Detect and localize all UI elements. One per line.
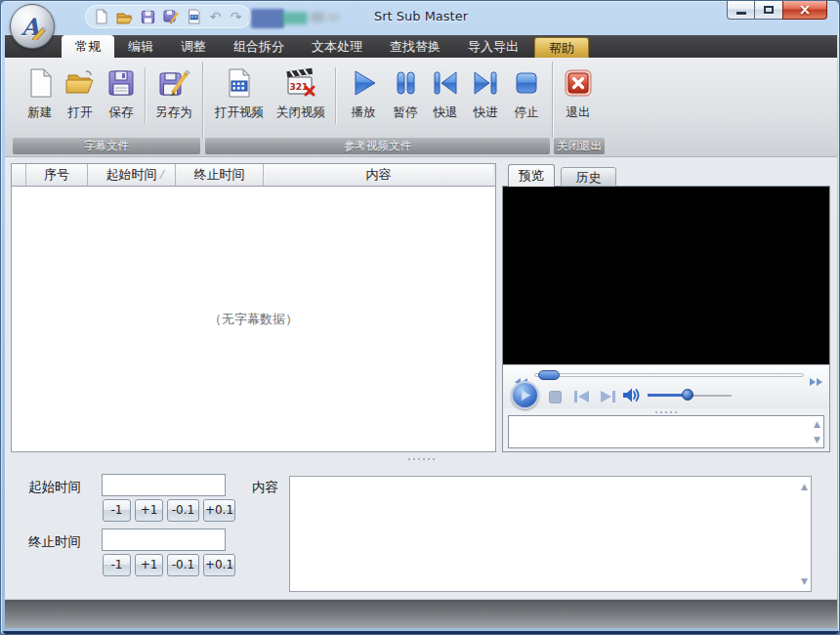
main-splitter[interactable]: [5, 453, 837, 465]
end-time-nudges: -1 +1 -0.1 +0.1: [103, 554, 235, 576]
subtitle-table-body[interactable]: （无字幕数据）: [11, 187, 496, 452]
volume-thumb[interactable]: [682, 389, 693, 401]
ribbon-separator: [335, 67, 336, 124]
new-document-icon: [24, 65, 56, 101]
open-folder-icon: [64, 65, 96, 101]
empty-table-message: （无字幕数据）: [209, 311, 298, 328]
end-plus-01-button[interactable]: +0.1: [203, 554, 235, 576]
play-icon: [348, 65, 379, 101]
seek-bar[interactable]: [534, 373, 804, 377]
stop-icon: [511, 65, 542, 101]
subtitle-table-header: 序号 起始时间 / 终止时间 内容: [11, 163, 496, 187]
scroll-up-icon[interactable]: ▲: [801, 482, 808, 491]
group-separator: [552, 62, 553, 138]
caption-buttons: ×: [727, 1, 827, 20]
save-as-button[interactable]: 另存为: [147, 65, 200, 130]
minimize-button[interactable]: [727, 1, 755, 20]
ribbon-separator: [145, 67, 146, 124]
player-prev-button[interactable]: [573, 389, 590, 407]
exit-icon: [563, 65, 594, 101]
app-window: A ↶ ↷: [0, 0, 840, 635]
tab-merge-split[interactable]: 组合拆分: [220, 35, 298, 58]
start-minus-1-button[interactable]: -1: [103, 499, 131, 522]
close-button[interactable]: ×: [782, 1, 827, 20]
start-time-label: 起始时间: [28, 479, 81, 496]
tab-adjust[interactable]: 调整: [167, 35, 220, 58]
seek-thumb[interactable]: [538, 370, 560, 380]
open-button[interactable]: 打开: [61, 65, 100, 130]
save-as-icon: [157, 65, 190, 101]
open-video-button[interactable]: 打开视频: [210, 65, 269, 130]
column-header-content[interactable]: 内容: [264, 164, 493, 186]
tab-text-process[interactable]: 文本处理: [298, 35, 376, 58]
player-stop-button[interactable]: [549, 389, 562, 407]
column-header-end-time[interactable]: 终止时间: [176, 164, 264, 186]
start-plus-1-button[interactable]: +1: [135, 499, 163, 522]
preview-text-box[interactable]: ▲ ▼: [508, 415, 824, 448]
scroll-up-icon[interactable]: ▲: [814, 419, 820, 429]
maximize-icon: [764, 6, 774, 14]
start-minus-01-button[interactable]: -0.1: [167, 499, 199, 522]
end-time-input[interactable]: [102, 529, 226, 551]
column-header-marker[interactable]: [12, 164, 26, 186]
exit-button[interactable]: 退出: [556, 65, 601, 130]
titlebar[interactable]: A ↶ ↷: [1, 1, 840, 35]
content-textarea[interactable]: [290, 477, 811, 591]
play-button[interactable]: 播放: [342, 65, 385, 130]
end-minus-01-button[interactable]: -0.1: [167, 554, 199, 576]
close-video-button[interactable]: 321 关闭视频: [272, 65, 330, 130]
maximize-button[interactable]: [755, 1, 782, 20]
seek-forward-icon[interactable]: [809, 371, 822, 390]
player-controls: [503, 364, 829, 408]
preview-splitter[interactable]: [503, 408, 829, 415]
app-menu-orb[interactable]: A: [10, 4, 55, 49]
close-icon: ×: [799, 2, 812, 19]
tab-preview[interactable]: 预览: [508, 164, 555, 187]
tab-find-replace[interactable]: 查找替换: [376, 35, 454, 58]
tab-general[interactable]: 常规: [62, 35, 114, 58]
fast-forward-icon: [470, 65, 501, 101]
column-header-start-time[interactable]: 起始时间 /: [88, 164, 176, 186]
player-play-icon: [519, 389, 531, 402]
new-button[interactable]: 新建: [21, 65, 60, 130]
pencil-icon: [31, 24, 47, 40]
window-title: Srt Sub Master: [1, 9, 840, 23]
start-plus-01-button[interactable]: +0.1: [203, 499, 235, 522]
content-editor-wrap: ▲ ▼: [289, 476, 812, 592]
end-plus-1-button[interactable]: +1: [135, 554, 163, 576]
ribbon-tabstrip: 常规 编辑 调整 组合拆分 文本处理 查找替换 导入导出 帮助: [5, 35, 837, 58]
scroll-down-icon[interactable]: ▼: [814, 435, 820, 444]
scroll-down-icon[interactable]: ▼: [801, 576, 808, 586]
video-display: [503, 187, 829, 364]
window-bottom-edge: [3, 631, 839, 634]
ribbon: 新建 打开 保存 另存为 字幕文件 打开视频: [5, 58, 837, 157]
group-caption-reference-video: 参考视频文件: [205, 138, 550, 154]
rewind-button[interactable]: 快退: [425, 65, 466, 130]
stop-button[interactable]: 停止: [506, 65, 547, 130]
status-bar: [5, 599, 837, 628]
player-play-button[interactable]: [511, 381, 539, 409]
volume-mute-button[interactable]: [622, 387, 642, 407]
content-label: 内容: [252, 479, 278, 496]
close-video-clapper-icon: 321: [285, 65, 316, 101]
fast-forward-button[interactable]: 快进: [465, 65, 506, 130]
rewind-icon: [430, 65, 461, 101]
tab-history[interactable]: 历史: [561, 167, 616, 187]
group-separator: [202, 62, 203, 138]
save-floppy-icon: [105, 65, 137, 101]
end-time-label: 终止时间: [28, 533, 81, 551]
tab-edit[interactable]: 编辑: [114, 35, 167, 58]
player-next-button[interactable]: [600, 389, 616, 407]
group-caption-close-exit: 关闭退出: [554, 138, 605, 154]
start-time-input[interactable]: [102, 474, 226, 496]
tab-import-export[interactable]: 导入导出: [454, 35, 532, 58]
minimize-icon: [736, 12, 746, 15]
group-caption-subtitle-file: 字幕文件: [13, 138, 200, 154]
end-minus-1-button[interactable]: -1: [103, 554, 131, 576]
tab-help[interactable]: 帮助: [534, 37, 589, 58]
save-button[interactable]: 保存: [102, 65, 141, 130]
open-video-icon: [224, 65, 255, 101]
start-time-nudges: -1 +1 -0.1 +0.1: [103, 499, 235, 522]
pause-button[interactable]: 暂停: [385, 65, 426, 130]
column-header-index[interactable]: 序号: [26, 164, 88, 186]
